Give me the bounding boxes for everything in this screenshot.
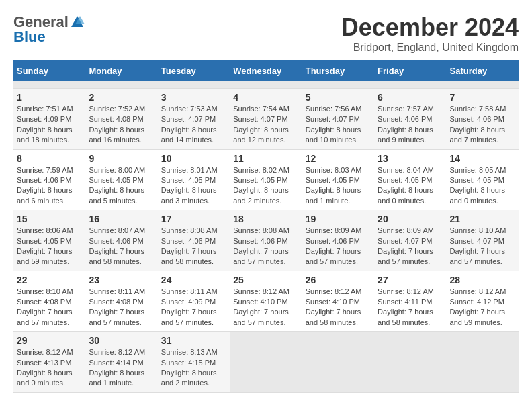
day-info: Sunrise: 8:09 AMSunset: 4:07 PMDaylight:… <box>378 226 434 265</box>
calendar-week-row: 15 Sunrise: 8:06 AMSunset: 4:05 PMDaylig… <box>13 210 519 271</box>
day-info: Sunrise: 7:59 AMSunset: 4:06 PMDaylight:… <box>17 166 73 205</box>
day-number: 13 <box>378 153 443 164</box>
day-info: Sunrise: 8:09 AMSunset: 4:06 PMDaylight:… <box>306 226 362 265</box>
day-info: Sunrise: 8:12 AMSunset: 4:13 PMDaylight:… <box>17 348 73 387</box>
col-sunday: Sunday <box>13 60 85 81</box>
col-thursday: Thursday <box>302 60 374 81</box>
calendar-week-row: 29 Sunrise: 8:12 AMSunset: 4:13 PMDaylig… <box>13 332 519 393</box>
table-row: 23 Sunrise: 8:11 AMSunset: 4:08 PMDaylig… <box>85 271 157 332</box>
calendar-week-row <box>13 81 519 89</box>
table-row <box>302 81 374 89</box>
table-row <box>158 81 230 89</box>
day-info: Sunrise: 7:53 AMSunset: 4:07 PMDaylight:… <box>161 105 218 144</box>
day-info: Sunrise: 8:03 AMSunset: 4:05 PMDaylight:… <box>306 166 362 205</box>
table-row: 10 Sunrise: 8:01 AMSunset: 4:05 PMDaylig… <box>158 149 230 210</box>
day-info: Sunrise: 8:11 AMSunset: 4:08 PMDaylight:… <box>89 287 145 326</box>
table-row: 21 Sunrise: 8:10 AMSunset: 4:07 PMDaylig… <box>447 210 519 271</box>
main-title: December 2024 <box>341 13 519 42</box>
day-info: Sunrise: 7:57 AMSunset: 4:06 PMDaylight:… <box>378 105 434 144</box>
day-info: Sunrise: 7:54 AMSunset: 4:07 PMDaylight:… <box>233 105 290 144</box>
day-number: 23 <box>89 275 154 285</box>
day-info: Sunrise: 8:08 AMSunset: 4:06 PMDaylight:… <box>233 226 290 265</box>
col-saturday: Saturday <box>447 60 519 81</box>
col-tuesday: Tuesday <box>158 60 230 81</box>
day-info: Sunrise: 7:51 AMSunset: 4:09 PMDaylight:… <box>17 105 73 144</box>
table-row: 1 Sunrise: 7:51 AMSunset: 4:09 PMDayligh… <box>13 89 85 150</box>
table-row <box>13 81 85 89</box>
table-row <box>447 81 519 89</box>
table-row: 4 Sunrise: 7:54 AMSunset: 4:07 PMDayligh… <box>230 89 302 150</box>
day-number: 14 <box>450 153 515 164</box>
day-info: Sunrise: 8:12 AMSunset: 4:14 PMDaylight:… <box>89 348 145 387</box>
day-number: 8 <box>17 153 82 164</box>
day-number: 29 <box>17 335 82 346</box>
col-wednesday: Wednesday <box>230 60 302 81</box>
table-row: 25 Sunrise: 8:12 AMSunset: 4:10 PMDaylig… <box>230 271 302 332</box>
calendar-week-row: 1 Sunrise: 7:51 AMSunset: 4:09 PMDayligh… <box>13 89 519 150</box>
day-number: 24 <box>161 275 226 285</box>
table-row: 17 Sunrise: 8:08 AMSunset: 4:06 PMDaylig… <box>158 210 230 271</box>
table-row: 2 Sunrise: 7:52 AMSunset: 4:08 PMDayligh… <box>85 89 157 150</box>
col-friday: Friday <box>374 60 446 81</box>
table-row <box>374 332 446 393</box>
col-monday: Monday <box>85 60 157 81</box>
day-info: Sunrise: 8:10 AMSunset: 4:07 PMDaylight:… <box>450 226 506 265</box>
day-number: 27 <box>378 275 443 285</box>
table-row: 14 Sunrise: 8:05 AMSunset: 4:05 PMDaylig… <box>447 149 519 210</box>
day-info: Sunrise: 8:06 AMSunset: 4:05 PMDaylight:… <box>17 226 73 265</box>
table-row: 28 Sunrise: 8:12 AMSunset: 4:12 PMDaylig… <box>447 271 519 332</box>
day-number: 4 <box>233 92 298 103</box>
table-row <box>374 81 446 89</box>
table-row <box>85 81 157 89</box>
day-info: Sunrise: 8:11 AMSunset: 4:09 PMDaylight:… <box>161 287 218 326</box>
table-row: 9 Sunrise: 8:00 AMSunset: 4:05 PMDayligh… <box>85 149 157 210</box>
day-number: 12 <box>306 153 371 164</box>
day-info: Sunrise: 8:08 AMSunset: 4:06 PMDaylight:… <box>161 226 218 265</box>
table-row: 19 Sunrise: 8:09 AMSunset: 4:06 PMDaylig… <box>302 210 374 271</box>
day-info: Sunrise: 7:56 AMSunset: 4:07 PMDaylight:… <box>306 105 362 144</box>
day-number: 10 <box>161 153 226 164</box>
day-info: Sunrise: 8:00 AMSunset: 4:05 PMDaylight:… <box>89 166 145 205</box>
table-row <box>302 332 374 393</box>
table-row: 31 Sunrise: 8:13 AMSunset: 4:15 PMDaylig… <box>158 332 230 393</box>
logo: General Blue <box>13 13 85 46</box>
day-number: 21 <box>450 214 515 224</box>
day-info: Sunrise: 7:58 AMSunset: 4:06 PMDaylight:… <box>450 105 506 144</box>
calendar-table: Sunday Monday Tuesday Wednesday Thursday… <box>13 60 519 393</box>
logo-icon <box>70 15 85 30</box>
day-number: 6 <box>378 92 443 103</box>
day-number: 18 <box>233 214 298 224</box>
day-number: 11 <box>233 153 298 164</box>
day-number: 9 <box>89 153 154 164</box>
table-row: 8 Sunrise: 7:59 AMSunset: 4:06 PMDayligh… <box>13 149 85 210</box>
table-row <box>230 332 302 393</box>
table-row: 29 Sunrise: 8:12 AMSunset: 4:13 PMDaylig… <box>13 332 85 393</box>
day-info: Sunrise: 8:13 AMSunset: 4:15 PMDaylight:… <box>161 348 218 387</box>
day-number: 31 <box>161 335 226 346</box>
table-row <box>447 332 519 393</box>
table-row: 12 Sunrise: 8:03 AMSunset: 4:05 PMDaylig… <box>302 149 374 210</box>
calendar-header-row: Sunday Monday Tuesday Wednesday Thursday… <box>13 60 519 81</box>
table-row: 30 Sunrise: 8:12 AMSunset: 4:14 PMDaylig… <box>85 332 157 393</box>
table-row: 24 Sunrise: 8:11 AMSunset: 4:09 PMDaylig… <box>158 271 230 332</box>
day-number: 7 <box>450 92 515 103</box>
subtitle: Bridport, England, United Kingdom <box>341 42 519 54</box>
table-row: 5 Sunrise: 7:56 AMSunset: 4:07 PMDayligh… <box>302 89 374 150</box>
day-info: Sunrise: 8:05 AMSunset: 4:05 PMDaylight:… <box>450 166 506 205</box>
day-number: 19 <box>306 214 371 224</box>
page-header: General Blue December 2024 Bridport, Eng… <box>13 13 519 54</box>
day-info: Sunrise: 8:12 AMSunset: 4:10 PMDaylight:… <box>233 287 290 326</box>
day-info: Sunrise: 8:10 AMSunset: 4:08 PMDaylight:… <box>17 287 73 326</box>
day-number: 15 <box>17 214 82 224</box>
table-row: 16 Sunrise: 8:07 AMSunset: 4:06 PMDaylig… <box>85 210 157 271</box>
day-info: Sunrise: 8:12 AMSunset: 4:12 PMDaylight:… <box>450 287 506 326</box>
day-number: 1 <box>17 92 82 103</box>
table-row <box>230 81 302 89</box>
table-row: 7 Sunrise: 7:58 AMSunset: 4:06 PMDayligh… <box>447 89 519 150</box>
table-row: 20 Sunrise: 8:09 AMSunset: 4:07 PMDaylig… <box>374 210 446 271</box>
table-row: 18 Sunrise: 8:08 AMSunset: 4:06 PMDaylig… <box>230 210 302 271</box>
day-number: 16 <box>89 214 154 224</box>
day-number: 5 <box>306 92 371 103</box>
calendar-week-row: 8 Sunrise: 7:59 AMSunset: 4:06 PMDayligh… <box>13 149 519 210</box>
table-row: 11 Sunrise: 8:02 AMSunset: 4:05 PMDaylig… <box>230 149 302 210</box>
